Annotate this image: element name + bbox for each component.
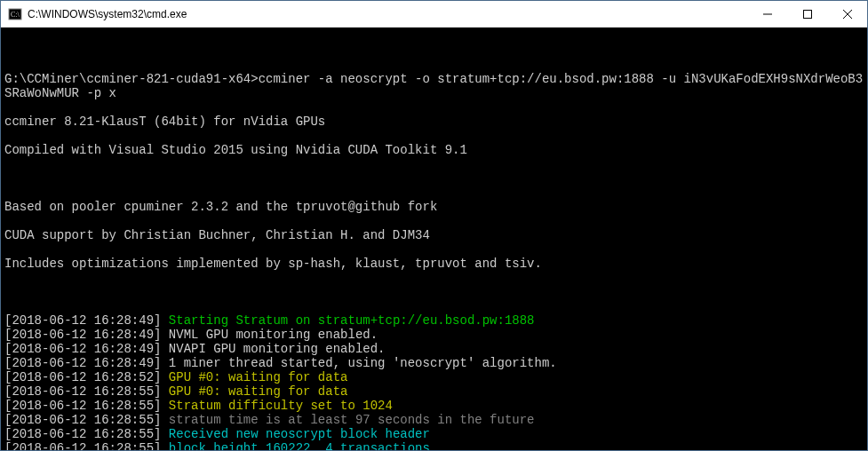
blank-line — [4, 285, 864, 299]
timestamp: [2018-06-12 16:28:55] — [4, 427, 169, 441]
window-controls — [747, 1, 867, 27]
log-line: [2018-06-12 16:28:55] block height 16022… — [4, 441, 864, 450]
log-line: [2018-06-12 16:28:49] NVML GPU monitorin… — [4, 328, 864, 342]
timestamp: [2018-06-12 16:28:49] — [4, 342, 169, 356]
log-line: [2018-06-12 16:28:55] Stratum difficulty… — [4, 399, 864, 413]
log-line: [2018-06-12 16:28:49] Starting Stratum o… — [4, 313, 864, 328]
timestamp: [2018-06-12 16:28:49] — [4, 356, 169, 370]
header-line: Compiled with Visual Studio 2015 using N… — [4, 143, 864, 157]
window-frame: C:\ C:\WINDOWS\system32\cmd.exe G:\CCMin… — [0, 0, 868, 451]
log-line: [2018-06-12 16:28:55] stratum time is at… — [4, 413, 864, 427]
minimize-icon — [763, 10, 772, 19]
timestamp: [2018-06-12 16:28:55] — [4, 399, 169, 413]
blank-line — [4, 171, 864, 186]
log-message: stratum time is at least 97 seconds in t… — [169, 413, 535, 427]
cmd-icon: C:\ — [8, 7, 22, 21]
log-message: block height 160222, 4 transactions — [169, 441, 430, 450]
log-line: [2018-06-12 16:28:49] 1 miner thread sta… — [4, 356, 864, 370]
titlebar[interactable]: C:\ C:\WINDOWS\system32\cmd.exe — [1, 1, 867, 28]
log-message: Starting Stratum on stratum+tcp://eu.bso… — [169, 313, 535, 328]
log-message: 1 miner thread started, using 'neoscrypt… — [169, 356, 557, 370]
prompt-line: G:\CCMiner\ccminer-821-cuda91-x64>ccmine… — [4, 72, 864, 100]
log-line: [2018-06-12 16:28:52] GPU #0: waiting fo… — [4, 370, 864, 384]
log-message: GPU #0: waiting for data — [169, 384, 348, 399]
close-button[interactable] — [827, 1, 867, 27]
header-line: Based on pooler cpuminer 2.3.2 and the t… — [4, 200, 864, 214]
blank-line — [4, 44, 864, 58]
header-line: Includes optimizations implemented by sp… — [4, 257, 864, 271]
log-message: GPU #0: waiting for data — [169, 370, 348, 384]
timestamp: [2018-06-12 16:28:55] — [4, 441, 169, 450]
minimize-button[interactable] — [747, 1, 787, 27]
maximize-button[interactable] — [787, 1, 827, 27]
timestamp: [2018-06-12 16:28:52] — [4, 370, 169, 384]
log-message: Stratum difficulty set to 1024 — [169, 399, 393, 413]
log-line: [2018-06-12 16:28:55] Received new neosc… — [4, 427, 864, 441]
svg-text:C:\: C:\ — [11, 11, 20, 19]
log-container: [2018-06-12 16:28:49] Starting Stratum o… — [4, 313, 864, 450]
log-line: [2018-06-12 16:28:49] NVAPI GPU monitori… — [4, 342, 864, 356]
log-message: NVAPI GPU monitoring enabled. — [169, 342, 386, 356]
log-message: Received new neoscrypt block header — [169, 427, 430, 441]
console-output[interactable]: G:\CCMiner\ccminer-821-cuda91-x64>ccmine… — [1, 28, 867, 450]
maximize-icon — [803, 10, 812, 19]
timestamp: [2018-06-12 16:28:49] — [4, 328, 169, 342]
header-line: CUDA support by Christian Buchner, Chris… — [4, 228, 864, 242]
log-message: NVML GPU monitoring enabled. — [169, 328, 378, 342]
header-line: ccminer 8.21-KlausT (64bit) for nVidia G… — [4, 115, 864, 129]
log-line: [2018-06-12 16:28:55] GPU #0: waiting fo… — [4, 384, 864, 399]
window-title: C:\WINDOWS\system32\cmd.exe — [28, 8, 747, 20]
svg-rect-3 — [803, 10, 811, 18]
timestamp: [2018-06-12 16:28:55] — [4, 384, 169, 399]
close-icon — [843, 10, 852, 19]
timestamp: [2018-06-12 16:28:49] — [4, 313, 169, 328]
timestamp: [2018-06-12 16:28:55] — [4, 413, 169, 427]
